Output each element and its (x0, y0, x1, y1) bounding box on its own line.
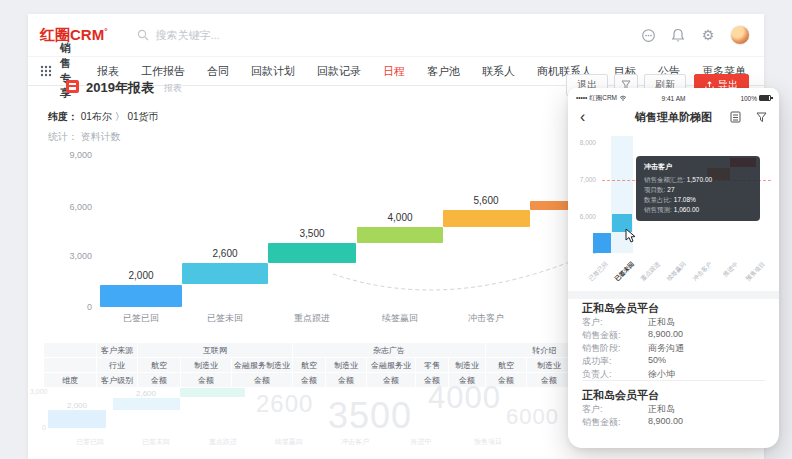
dimension-breadcrumb: 纬度： 01布尔 〉 01货币 (48, 110, 159, 124)
table-cell: 金额 (527, 373, 571, 387)
field-label: 客户: (582, 404, 603, 414)
y-tick: 6,000 (48, 202, 92, 212)
field-value: 正和岛 (648, 403, 675, 416)
ghost-bar-label: 2,600 (116, 389, 176, 398)
tooltip-value: 17.08% (674, 196, 696, 203)
bar-value-label: 2,000 (101, 270, 181, 281)
ghost-y-tick: 3,000 (30, 388, 48, 395)
field-label: 销售阶段: (582, 343, 621, 353)
phone-bar-1[interactable] (593, 233, 611, 253)
bar-value-label: 4,000 (360, 212, 440, 223)
filter-funnel-icon[interactable] (753, 109, 769, 125)
tooltip-title: 冲击客户 (644, 162, 752, 172)
table-cell: 客户级别 (97, 373, 137, 387)
nav-tab-payment-records[interactable]: 回款记录 (317, 64, 361, 79)
table-cell: 零售 (416, 358, 448, 372)
nav-tab-reports[interactable]: 报表 (97, 64, 119, 79)
page-title-tag: 报表 (164, 82, 182, 95)
y-tick: 0 (48, 302, 92, 312)
mobile-preview-panel: ••••• 红圈CRM 9:41 AM 100% ‹ 销售理单阶梯图 8,0 (568, 88, 779, 448)
waterfall-bar-5[interactable] (443, 210, 530, 227)
table-row: 维度 客户级别 金额 金额 金额 金额 金额 金额 金额 金额 金额 金额 金额 (44, 373, 602, 387)
field-label: 销售金额: (582, 417, 621, 427)
field-value: 正和岛 (648, 316, 675, 329)
phone-battery: 100% (740, 95, 771, 102)
messages-icon[interactable] (640, 27, 656, 43)
table-cell: 金额 (138, 373, 180, 387)
nav-tab-customer-pool[interactable]: 客户池 (427, 64, 460, 79)
nav-tab-contracts[interactable]: 合同 (207, 64, 229, 79)
ghost-bar (180, 388, 245, 397)
ghost-bar (48, 410, 106, 428)
phone-nav-bar: ‹ 销售理单阶梯图 (568, 104, 779, 130)
field-value: 8,900.00 (648, 416, 683, 426)
top-bar: 红圈CRM° ⚙ (28, 14, 764, 56)
table-cell (44, 358, 96, 372)
app-root: 红圈CRM° ⚙ 销售专享 报表 (0, 0, 792, 459)
table-cell: 金融服务制造业 (232, 358, 292, 372)
field-label: 负责人: (582, 369, 612, 379)
ghost-x-label: 续签赢回 (259, 437, 319, 447)
field-value: 50% (648, 355, 666, 365)
nav-tab-work-report[interactable]: 工作报告 (141, 64, 185, 79)
waterfall-bar-2[interactable] (182, 263, 268, 284)
notifications-bell-icon[interactable] (670, 27, 686, 43)
nav-tab-contacts[interactable]: 联系人 (482, 64, 515, 79)
nav-tab-schedule[interactable]: 日程 (383, 64, 405, 79)
phone-y-tick: 8,000 (570, 139, 596, 146)
deal-list-item-title[interactable]: 正和岛会员平台 (582, 388, 659, 403)
table-cell: 制造业 (449, 358, 485, 372)
stat-row: 统计： 资料计数 (48, 130, 121, 144)
ghost-watermark: 2600 (256, 390, 313, 418)
top-icons: ⚙ (640, 25, 750, 45)
x-axis-label: 续签赢回 (358, 312, 442, 325)
ghost-watermark: 3500 (328, 395, 412, 437)
table-cell: 制造业 (181, 358, 231, 372)
table-cell: 金额 (326, 373, 366, 387)
table-cell: 金额 (232, 373, 292, 387)
table-cell: 行业 (97, 358, 137, 372)
table-cell (44, 343, 96, 357)
tooltip-value: 27 (667, 186, 674, 193)
table-cell: 金额 (293, 373, 325, 387)
deal-list-item-title[interactable]: 正和岛会员平台 (582, 301, 659, 316)
field-label: 成功率: (582, 356, 612, 366)
table-cell: 航空 (486, 358, 526, 372)
ghost-x-label: 冲击客户 (325, 437, 385, 447)
nav-tab-payment-plan[interactable]: 回款计划 (251, 64, 295, 79)
brand-logo-mark: ° (104, 27, 107, 36)
section-divider (568, 291, 779, 299)
mouse-cursor (625, 228, 636, 243)
ghost-bar (113, 398, 180, 410)
table-cell: 互联网 (138, 343, 292, 357)
table-cell: 制造业 (326, 358, 366, 372)
x-axis-label: 重点跟进 (270, 312, 354, 325)
tooltip-value: 1,060.00 (674, 206, 699, 213)
ghost-x-label: 重点跟进 (193, 437, 253, 447)
tooltip-value: 1,570.00 (687, 176, 712, 183)
phone-y-tick: 7,000 (570, 176, 596, 183)
table-cell: 航空 (293, 358, 325, 372)
list-divider (582, 380, 765, 381)
field-label: 销售金额: (582, 330, 621, 340)
waterfall-bar-1[interactable] (100, 285, 182, 307)
settings-gear-icon[interactable]: ⚙ (700, 27, 716, 43)
ghost-x-label: 推进中 (391, 437, 451, 447)
list-view-icon[interactable] (727, 109, 743, 125)
chart-tooltip: 冲击客户 销售金额汇总:1,570.00 项目数:27 数量占比:17.08% … (636, 156, 760, 221)
search-input[interactable] (155, 29, 305, 41)
x-axis-label: 已签已回 (99, 312, 183, 325)
user-avatar[interactable] (730, 25, 750, 45)
bar-value-label: 3,500 (272, 228, 352, 239)
table-row: 客户来源 互联网 杂志广告 转介绍 (44, 343, 602, 357)
waterfall-bar-4[interactable] (357, 227, 443, 243)
table-cell: 制造业 (527, 358, 571, 372)
apps-grid-icon[interactable] (40, 63, 52, 79)
table-cell: 航空 (138, 358, 180, 372)
brand-logo[interactable]: 红圈CRM° (40, 26, 107, 45)
waterfall-bar-3[interactable] (268, 243, 356, 263)
field-value: 商务沟通 (648, 342, 684, 355)
y-tick: 3,000 (48, 251, 92, 261)
field-label: 客户: (582, 317, 603, 327)
ghost-x-label: 已签已回 (60, 437, 120, 447)
